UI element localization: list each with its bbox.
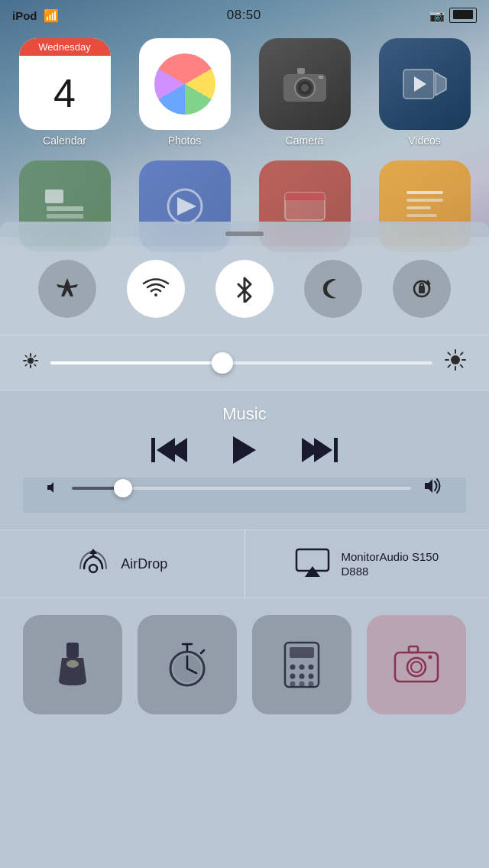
videos-label: Videos xyxy=(408,134,441,147)
music-controls xyxy=(23,436,466,464)
svg-rect-10 xyxy=(47,206,83,211)
volume-low-icon xyxy=(46,481,60,497)
airplay-label-1: MonitorAudio S150 xyxy=(341,550,439,563)
svg-marker-44 xyxy=(425,479,432,493)
calendar-date: 4 xyxy=(53,56,76,130)
svg-line-41 xyxy=(461,352,463,355)
svg-rect-11 xyxy=(47,214,83,219)
rotation-lock-toggle[interactable] xyxy=(393,260,451,318)
svg-point-74 xyxy=(429,656,432,659)
airplane-icon xyxy=(53,275,81,303)
brightness-control xyxy=(0,335,489,390)
play-button[interactable] xyxy=(233,436,256,464)
svg-point-34 xyxy=(451,355,460,364)
svg-rect-18 xyxy=(406,199,443,202)
toggles-row xyxy=(0,246,489,335)
airdrop-airplay-row: AirDrop MonitorAudio S150 D888 xyxy=(0,530,489,598)
airplay-button[interactable]: MonitorAudio S150 D888 xyxy=(245,530,490,598)
control-center: Music xyxy=(0,222,489,868)
status-bar: iPod 📶 08:50 📷 xyxy=(0,0,489,31)
speaker-low-icon xyxy=(46,481,60,494)
svg-point-3 xyxy=(301,84,309,92)
svg-point-69 xyxy=(309,682,314,687)
fast-forward-button[interactable] xyxy=(302,438,338,462)
svg-marker-13 xyxy=(177,197,196,215)
airdrop-button[interactable]: AirDrop xyxy=(0,530,245,598)
sun-large-icon xyxy=(445,349,466,371)
camera-app-icon xyxy=(280,63,329,105)
wifi-status-icon: 📶 xyxy=(44,8,59,23)
volume-slider[interactable] xyxy=(72,487,411,490)
svg-rect-5 xyxy=(319,76,323,79)
music-title: Music xyxy=(23,404,466,424)
svg-point-45 xyxy=(89,565,97,572)
status-left: iPod 📶 xyxy=(12,8,59,23)
camera-label: Camera xyxy=(286,134,324,147)
rewind-button[interactable] xyxy=(151,438,187,462)
svg-point-63 xyxy=(309,665,314,670)
photos-wheel-icon xyxy=(154,53,215,115)
bluetooth-toggle[interactable] xyxy=(215,260,274,318)
bluetooth-status-icon: 📷 xyxy=(429,8,445,23)
airplane-mode-toggle[interactable] xyxy=(38,260,96,318)
camera-button[interactable] xyxy=(367,615,466,714)
app-videos[interactable]: Videos xyxy=(368,38,481,147)
svg-rect-20 xyxy=(406,214,437,217)
camera-tool-icon xyxy=(393,645,439,685)
app2-3-icon xyxy=(282,189,328,223)
music-section: Music xyxy=(0,390,489,530)
svg-point-67 xyxy=(290,682,296,687)
airdrop-label: AirDrop xyxy=(121,556,167,572)
control-center-handle xyxy=(225,232,264,236)
volume-high-icon xyxy=(423,478,443,499)
svg-point-62 xyxy=(300,665,305,670)
photos-label: Photos xyxy=(168,134,202,147)
svg-point-25 xyxy=(28,358,34,364)
tools-row xyxy=(0,598,489,868)
svg-point-65 xyxy=(300,674,305,679)
svg-point-64 xyxy=(290,674,296,679)
app-photos[interactable]: Photos xyxy=(128,38,241,147)
device-label: iPod xyxy=(12,9,37,22)
flashlight-button[interactable] xyxy=(23,615,122,714)
battery-icon xyxy=(449,8,477,23)
airplay-icon xyxy=(295,548,330,580)
calendar-day: Wednesday xyxy=(19,38,111,56)
svg-marker-43 xyxy=(47,482,53,493)
videos-icon xyxy=(402,65,448,103)
do-not-disturb-toggle[interactable] xyxy=(304,260,362,318)
brightness-high-icon xyxy=(445,349,466,376)
svg-rect-24 xyxy=(420,283,423,287)
svg-point-51 xyxy=(66,660,79,668)
brightness-slider[interactable] xyxy=(50,361,432,364)
calculator-button[interactable] xyxy=(252,615,351,714)
speaker-high-icon xyxy=(423,478,443,494)
svg-rect-4 xyxy=(297,68,305,74)
wifi-toggle[interactable] xyxy=(127,260,185,318)
app-camera[interactable]: Camera xyxy=(248,38,361,147)
airplay-svg-icon xyxy=(295,548,330,580)
svg-rect-9 xyxy=(45,189,63,203)
svg-point-71 xyxy=(407,658,426,676)
volume-control xyxy=(23,478,466,513)
svg-line-33 xyxy=(25,364,27,366)
svg-line-30 xyxy=(25,355,27,357)
svg-line-58 xyxy=(201,650,204,653)
sun-small-icon xyxy=(23,353,38,368)
wifi-icon xyxy=(142,275,170,303)
svg-point-72 xyxy=(411,662,422,672)
svg-line-40 xyxy=(461,365,463,368)
svg-rect-17 xyxy=(406,191,443,194)
moon-icon xyxy=(319,275,347,303)
bluetooth-icon xyxy=(232,275,257,303)
svg-line-32 xyxy=(34,355,36,357)
timer-button[interactable] xyxy=(138,615,237,714)
app-calendar[interactable]: Wednesday 4 Calendar xyxy=(8,38,121,147)
calculator-icon xyxy=(282,641,322,688)
svg-rect-73 xyxy=(409,646,418,653)
status-time: 08:50 xyxy=(227,8,261,23)
svg-point-68 xyxy=(300,682,305,687)
control-center-handle-area[interactable] xyxy=(0,222,489,246)
airdrop-icon xyxy=(76,547,110,581)
flashlight-icon xyxy=(53,641,92,688)
